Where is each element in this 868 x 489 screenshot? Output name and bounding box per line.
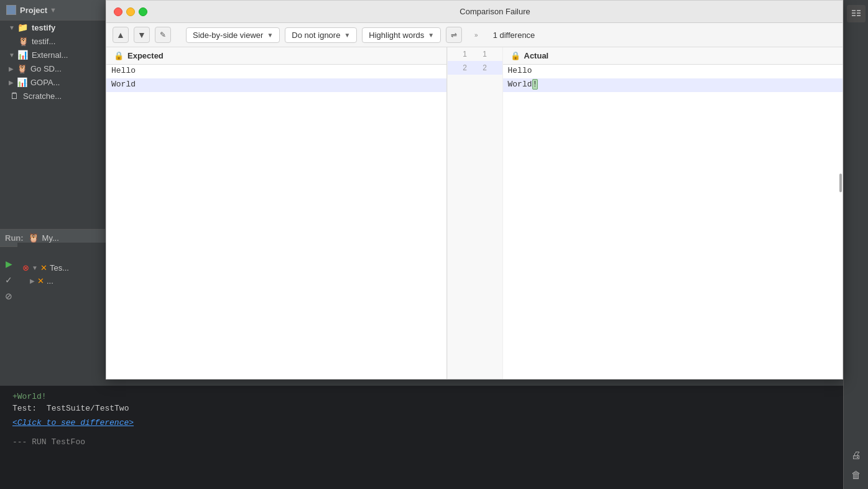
traffic-lights — [114, 7, 147, 16]
dialog-titlebar: Comparison Failure — [106, 1, 843, 23]
maximize-button[interactable] — [139, 7, 147, 16]
sidebar-dropdown-arrow[interactable]: ▼ — [50, 6, 57, 14]
svg-rect-2 — [852, 12, 856, 14]
expected-line-1: Hello — [106, 65, 446, 78]
sidebar-item-label: testif... — [32, 37, 55, 46]
run-button[interactable]: ▶ — [1, 256, 16, 271]
sidebar-item-label: External... — [32, 50, 68, 60]
sidebar-item-testif[interactable]: 🦉 testif... — [0, 34, 105, 48]
expected-header: 🔒 Expected — [106, 47, 446, 65]
svg-rect-3 — [857, 12, 861, 14]
viewer-dropdown[interactable]: Side-by-side viewer ▼ — [186, 27, 280, 43]
svg-rect-1 — [857, 10, 861, 11]
highlight-dropdown-arrow: ▼ — [428, 32, 434, 39]
diff-count-label: 1 difference — [493, 30, 535, 40]
check-button[interactable]: ✓ — [1, 272, 16, 287]
expected-title: Expected — [127, 51, 164, 60]
actual-line-2-text: World! — [503, 78, 843, 92]
run-panel-item-1[interactable]: ⊗ ▼ ✕ Tes... — [17, 261, 106, 274]
scratch-icon: 🗒 — [9, 91, 20, 101]
sidebar-item-external[interactable]: ▼ 📊 External... — [0, 48, 105, 62]
align-button[interactable]: ⇌ — [446, 27, 462, 43]
comparison-dialog: Comparison Failure ▲ ▼ ✎ Side-by-side vi… — [106, 0, 843, 380]
sidebar-item-label: Scratche... — [23, 91, 62, 101]
left-line-num-2: 2 — [460, 63, 470, 72]
sidebar-header[interactable]: Project ▼ — [0, 0, 105, 21]
actual-header: 🔒 Actual — [503, 47, 843, 65]
viewer-label: Side-by-side viewer — [193, 30, 263, 40]
expected-line-2: World — [106, 78, 446, 92]
expected-panel: 🔒 Expected Hello World — [106, 47, 447, 379]
dialog-title: Comparison Failure — [155, 7, 835, 16]
expand-arrow-2: ▶ — [30, 277, 35, 284]
actual-line-1: Hello — [503, 65, 843, 78]
click-link-container: <Click to see difference> — [12, 418, 831, 427]
stop-button[interactable]: ⊘ — [1, 289, 16, 304]
diff-highlight-exclamation: ! — [532, 79, 538, 90]
sidebar-item-testify[interactable]: ▼ 📁 testify — [0, 21, 105, 34]
print-button[interactable]: 🖨 — [847, 447, 866, 464]
svg-rect-5 — [857, 15, 861, 16]
test-value: TestSuite/TestTwo — [47, 404, 129, 413]
close-button[interactable] — [114, 7, 122, 16]
bar-chart-icon: 📊 — [17, 50, 29, 60]
warning-icon-2: ✕ — [37, 276, 44, 286]
diff-view-area: 🔒 Expected Hello World 1 1 2 2 — [106, 47, 843, 379]
collapse-arrow: ▼ — [9, 24, 15, 31]
chevron-right-icon: » — [474, 32, 478, 39]
owl-icon: 🦉 — [17, 36, 29, 46]
line-numbers-gutter: 1 1 2 2 — [447, 47, 503, 379]
minimize-button[interactable] — [126, 7, 135, 16]
left-line-num-1: 1 — [460, 50, 470, 58]
error-icon: ⊗ — [22, 263, 29, 272]
sidebar-item-gosd[interactable]: ▶ 🦉 Go SD... — [0, 62, 105, 75]
run-panel-item-2[interactable]: ▶ ✕ ... — [17, 274, 106, 287]
next-diff-button[interactable]: ▼ — [134, 27, 150, 43]
svg-rect-0 — [852, 10, 856, 11]
actual-line-2: World! — [503, 78, 843, 92]
sidebar-header-label: Project — [20, 6, 47, 15]
bottom-content-panel: +World! Test: TestSuite/TestTwo <Click t… — [0, 386, 843, 489]
right-toolbar: 🖨 🗑 — [843, 0, 868, 489]
ignore-label: Do not ignore — [292, 30, 340, 40]
diff-view-button[interactable] — [847, 5, 866, 22]
edit-diff-button[interactable]: ✎ — [155, 27, 171, 43]
collapse-arrow: ▶ — [9, 65, 14, 72]
click-to-see-difference-link[interactable]: <Click to see difference> — [12, 418, 134, 427]
actual-content: Hello World! — [503, 65, 843, 379]
ignore-dropdown[interactable]: Do not ignore ▼ — [285, 27, 357, 43]
test-label: Test: — [12, 404, 37, 413]
previous-diff-button[interactable]: ▲ — [113, 27, 129, 43]
viewer-dropdown-arrow: ▼ — [267, 32, 273, 39]
svg-rect-4 — [852, 15, 856, 16]
ignore-dropdown-arrow: ▼ — [344, 32, 350, 39]
sidebar-item-label: GOPA... — [30, 78, 60, 87]
highlight-label: Highlight words — [369, 30, 424, 40]
collapse-arrow: ▼ — [9, 52, 15, 58]
expected-line-1-text: Hello — [106, 65, 446, 78]
expected-line-2-text: World — [106, 78, 446, 92]
right-line-num-2: 2 — [480, 63, 490, 72]
left-toolbar: ▶ ✓ ⊘ — [0, 254, 17, 306]
sidebar-item-gopa[interactable]: ▶ 📊 GOPA... — [0, 75, 105, 89]
highlight-dropdown[interactable]: Highlight words ▼ — [362, 27, 441, 43]
bar-chart-icon-2: 📊 — [16, 77, 27, 87]
sidebar-item-label: testify — [32, 23, 55, 32]
run-test-name: My... — [42, 233, 59, 243]
diff-added-line: +World! — [12, 392, 831, 401]
test-item-label: Tes... — [50, 263, 69, 272]
right-line-num-1: 1 — [480, 50, 490, 58]
test-item-label-2: ... — [47, 276, 53, 286]
gutter-line-2: 2 2 — [448, 61, 502, 75]
folder-icon: 📁 — [17, 22, 29, 32]
delete-button[interactable]: 🗑 — [847, 467, 866, 484]
expand-arrow: ▼ — [32, 264, 38, 271]
sidebar-item-scratches[interactable]: 🗒 Scratche... — [0, 89, 105, 103]
expected-lock-icon: 🔒 — [114, 51, 124, 60]
diff-view-icon — [851, 9, 861, 19]
collapse-arrow: ▶ — [9, 79, 14, 86]
owl-icon-2: 🦉 — [16, 63, 27, 73]
run-footer-line: --- RUN TestFoo — [12, 437, 831, 447]
actual-panel: 🔒 Actual Hello World! — [503, 47, 843, 379]
actual-line-1-text: Hello — [503, 65, 843, 78]
